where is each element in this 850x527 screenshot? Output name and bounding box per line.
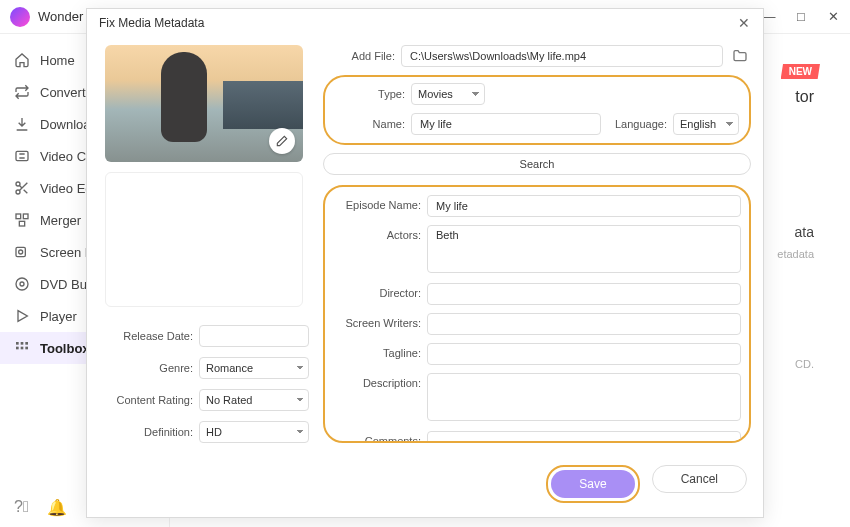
comments-input[interactable] — [427, 431, 741, 443]
bg-text: ata — [795, 224, 814, 240]
language-label: Language: — [615, 118, 667, 130]
video-thumbnail — [105, 45, 303, 162]
compress-icon — [14, 148, 30, 164]
convert-icon — [14, 84, 30, 100]
svg-rect-6 — [16, 247, 25, 256]
modal-title: Fix Media Metadata — [99, 16, 204, 30]
bell-icon[interactable]: 🔔 — [47, 498, 67, 517]
close-icon[interactable]: ✕ — [735, 15, 753, 31]
record-icon — [14, 244, 30, 260]
download-icon — [14, 116, 30, 132]
genre-select[interactable]: Romance — [199, 357, 309, 379]
director-label: Director: — [333, 283, 421, 299]
svg-rect-13 — [25, 342, 28, 345]
save-button[interactable]: Save — [551, 470, 634, 498]
minimize-button[interactable]: — — [762, 9, 776, 24]
tagline-input[interactable] — [427, 343, 741, 365]
name-label: Name: — [333, 118, 405, 130]
svg-point-2 — [16, 190, 20, 194]
play-icon — [14, 308, 30, 324]
sidebar-item-label: Home — [40, 53, 75, 68]
metadata-modal: Fix Media Metadata ✕ Release Date: Genre… — [86, 8, 764, 518]
definition-label: Definition: — [99, 426, 193, 438]
svg-rect-0 — [16, 151, 28, 160]
folder-icon[interactable] — [729, 45, 751, 67]
definition-select[interactable]: HD — [199, 421, 309, 443]
search-section-callout: Type: Movies Name: Language: English — [323, 75, 751, 145]
addfile-label: Add File: — [323, 50, 395, 62]
genre-label: Genre: — [99, 362, 193, 374]
scissors-icon — [14, 180, 30, 196]
type-label: Type: — [333, 88, 405, 100]
thumbnail-placeholder — [105, 172, 303, 307]
svg-point-9 — [20, 282, 24, 286]
director-input[interactable] — [427, 283, 741, 305]
bg-text: tor — [795, 88, 814, 106]
svg-rect-14 — [16, 347, 19, 350]
svg-rect-11 — [16, 342, 19, 345]
actors-input[interactable]: Beth — [427, 225, 741, 273]
bg-text: etadata — [777, 248, 814, 260]
svg-rect-16 — [25, 347, 28, 350]
metadata-section-callout: Episode Name: Actors:Beth Director: Scre… — [323, 185, 751, 443]
sidebar-item-label: Toolbox — [40, 341, 90, 356]
maximize-button[interactable]: □ — [794, 9, 808, 24]
cancel-button[interactable]: Cancel — [652, 465, 747, 493]
svg-rect-15 — [21, 347, 24, 350]
disc-icon — [14, 276, 30, 292]
search-button[interactable]: Search — [323, 153, 751, 175]
language-select[interactable]: English — [673, 113, 739, 135]
rating-select[interactable]: No Rated — [199, 389, 309, 411]
writers-input[interactable] — [427, 313, 741, 335]
comments-label: Comments: — [333, 431, 421, 443]
writers-label: Screen Writers: — [333, 313, 421, 329]
release-date-input[interactable] — [199, 325, 309, 347]
episode-label: Episode Name: — [333, 195, 421, 211]
svg-point-1 — [16, 182, 20, 186]
svg-rect-4 — [23, 214, 28, 219]
svg-rect-3 — [16, 214, 21, 219]
close-button[interactable]: ✕ — [826, 9, 840, 24]
rating-label: Content Rating: — [99, 394, 193, 406]
svg-point-8 — [16, 278, 28, 290]
new-badge: NEW — [781, 64, 820, 79]
episode-input[interactable] — [427, 195, 741, 217]
description-input[interactable] — [427, 373, 741, 421]
save-callout: Save — [546, 465, 639, 503]
edit-thumbnail-button[interactable] — [269, 128, 295, 154]
release-date-label: Release Date: — [99, 330, 193, 342]
sidebar-item-label: Merger — [40, 213, 81, 228]
home-icon — [14, 52, 30, 68]
tagline-label: Tagline: — [333, 343, 421, 359]
svg-marker-10 — [18, 311, 27, 322]
svg-point-7 — [19, 250, 23, 254]
sidebar-item-label: Player — [40, 309, 77, 324]
type-select[interactable]: Movies — [411, 83, 485, 105]
help-icon[interactable]: ?⃝ — [14, 498, 29, 517]
svg-rect-12 — [21, 342, 24, 345]
svg-rect-5 — [19, 221, 24, 226]
addfile-input[interactable] — [401, 45, 723, 67]
name-input[interactable] — [411, 113, 601, 135]
app-logo — [10, 7, 30, 27]
merge-icon — [14, 212, 30, 228]
bg-text: CD. — [795, 358, 814, 370]
toolbox-icon — [14, 340, 30, 356]
actors-label: Actors: — [333, 225, 421, 241]
description-label: Description: — [333, 373, 421, 389]
